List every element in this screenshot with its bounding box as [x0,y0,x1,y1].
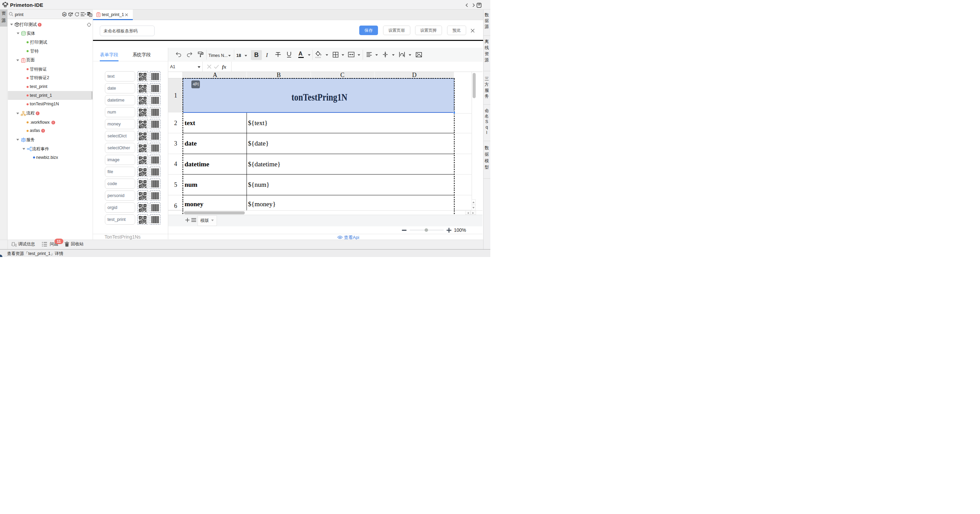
svg-text:文: 文 [89,14,92,16]
svg-text:AI: AI [63,13,66,16]
